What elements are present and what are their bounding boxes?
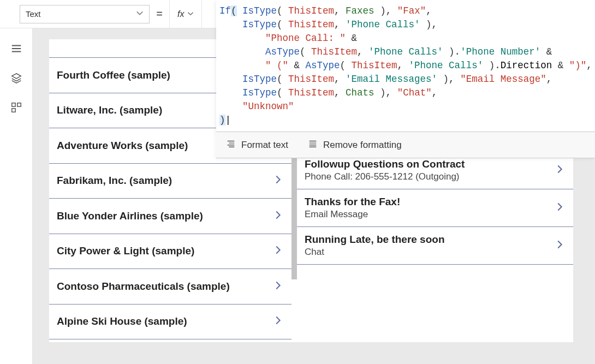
chevron-right-icon [272,314,284,329]
company-item[interactable]: Blue Yonder Airlines (sample) [49,199,291,234]
company-name: City Power & Light (sample) [57,245,194,257]
company-name: Adventure Works (sample) [57,140,188,152]
left-rail [0,28,33,364]
chevron-right-icon [554,163,566,177]
company-name: Litware, Inc. (sample) [57,104,162,116]
hamburger-icon[interactable] [10,43,22,57]
chevron-down-icon [187,9,194,19]
remove-formatting-button[interactable]: Remove formatting [298,132,412,158]
chevron-right-icon [272,174,284,188]
company-name: Contoso Pharmaceuticals (sample) [57,281,230,293]
chevron-down-icon [136,9,144,19]
remove-formatting-label: Remove formatting [323,140,402,151]
fx-label: fx [177,9,184,19]
property-dropdown[interactable]: Text [20,5,150,23]
fx-button[interactable]: fx [169,0,202,28]
activity-item[interactable]: Running Late, be there soonChat [297,227,573,265]
apps-icon[interactable] [10,102,22,116]
property-dropdown-label: Text [26,9,41,19]
format-text-icon [226,139,236,151]
company-item[interactable]: Alpine Ski House (sample) [49,305,291,340]
company-name: Alpine Ski House (sample) [57,315,187,327]
company-item[interactable]: Contoso Pharmaceuticals (sample) [49,269,291,305]
chevron-right-icon [554,201,566,215]
company-name: Blue Yonder Airlines (sample) [57,210,203,222]
remove-formatting-icon [308,139,318,151]
activity-item[interactable]: Thanks for the Fax!Email Message [297,189,573,227]
format-text-label: Format text [241,140,288,151]
activity-title: Thanks for the Fax! [305,196,400,208]
company-name: Fabrikam, Inc. (sample) [57,175,172,187]
svg-rect-0 [11,103,15,106]
chevron-right-icon [272,244,284,258]
svg-rect-2 [11,109,15,112]
chevron-right-icon [554,238,566,253]
activity-title: Running Late, be there soon [305,234,445,246]
formula-code[interactable]: If( IsType( ThisItem, Faxes ), "Fax", Is… [216,0,595,126]
company-name: Fourth Coffee (sample) [57,69,170,81]
activity-subtitle: Phone Call: 206-555-1212 (Outgoing) [305,171,465,182]
layers-icon[interactable] [10,72,22,86]
activity-title: Followup Questions on Contract [305,158,465,170]
format-bar: Format text Remove formatting [216,132,595,158]
activity-subtitle: Email Message [305,209,400,220]
svg-rect-1 [17,103,20,106]
chevron-right-icon [272,209,284,223]
chevron-right-icon [272,279,284,294]
activity-subtitle: Chat [305,247,445,258]
equals-label: = [150,8,169,20]
formula-bar[interactable]: If( IsType( ThisItem, Faxes ), "Fax", Is… [216,0,595,132]
company-item[interactable]: City Power & Light (sample) [49,234,291,270]
format-text-button[interactable]: Format text [216,132,298,158]
company-item[interactable]: Fabrikam, Inc. (sample) [49,164,291,199]
